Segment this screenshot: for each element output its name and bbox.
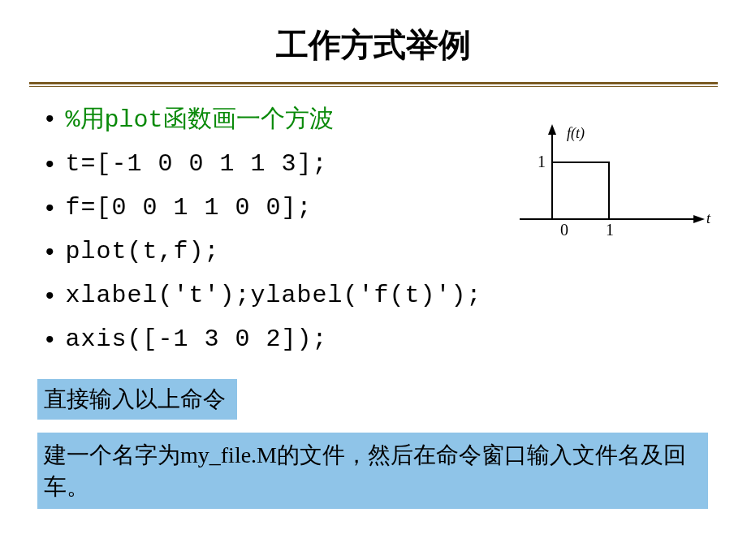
code-line: xlabel('t');ylabel('f(t)'); — [66, 278, 482, 312]
code-line: f=[0 0 1 1 0 0]; — [66, 191, 313, 225]
y-axis-arrow-icon — [548, 124, 556, 135]
bullet-item-code: • xlabel('t');ylabel('f(t)'); — [45, 278, 747, 312]
origin-label: 0 — [560, 221, 568, 239]
highlight-note-1: 直接输入以上命令 — [37, 379, 237, 420]
code-line: axis([-1 3 0 2]); — [66, 322, 328, 356]
x-tick-1: 1 — [606, 221, 614, 239]
bullet-dot: • — [45, 235, 54, 269]
square-wave-path — [552, 162, 609, 219]
bullet-dot: • — [45, 278, 54, 312]
percent-sign: % — [66, 106, 80, 134]
title-divider — [29, 82, 718, 87]
x-axis-label: t — [706, 210, 711, 226]
bullet-dot: • — [45, 191, 54, 225]
bullet-item-code: • axis([-1 3 0 2]); — [45, 322, 747, 356]
slide-title: 工作方式举例 — [0, 0, 747, 82]
plot-word: plot — [105, 106, 163, 134]
x-axis-arrow-icon — [693, 215, 705, 223]
cjk-part2: 函数画一个方波 — [163, 105, 334, 131]
y-tick-1: 1 — [538, 153, 546, 170]
highlight-note-2: 建一个名字为my_file.M的文件，然后在命令窗口输入文件名及回车。 — [37, 433, 708, 509]
bullet-dot: • — [45, 101, 54, 136]
code-line: t=[-1 0 0 1 1 3]; — [66, 147, 328, 181]
bullet-dot: • — [45, 322, 54, 356]
cjk-part1: 用 — [80, 105, 105, 131]
code-line: plot(t,f); — [66, 235, 220, 269]
y-axis-label: f(t) — [567, 125, 585, 142]
square-wave-figure: 1 0 1 t f(t) — [503, 122, 715, 243]
bullet-dot: • — [45, 147, 54, 181]
comment-text: %用plot函数画一个方波 — [66, 101, 334, 137]
